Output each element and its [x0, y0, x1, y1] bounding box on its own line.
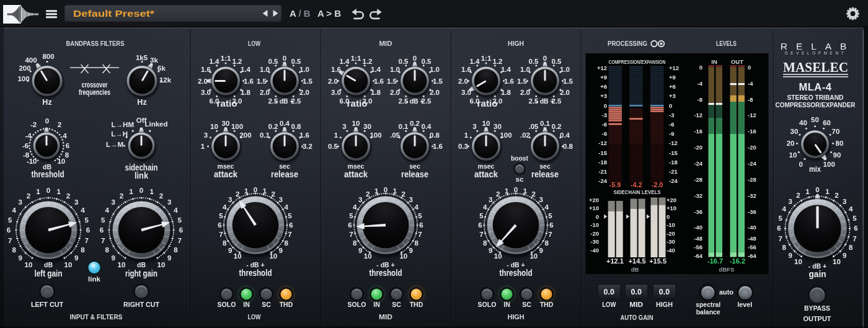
svg-text:0.1: 0.1 — [260, 131, 270, 139]
svg-text:L→HM: L→HM — [112, 121, 134, 128]
svg-text:12k: 12k — [159, 76, 172, 84]
svg-text:PROCESSING: PROCESSING — [608, 40, 647, 47]
svg-text:threshold: threshold — [239, 268, 272, 278]
svg-text:8: 8 — [849, 244, 853, 251]
svg-text:30: 30 — [222, 120, 230, 127]
svg-text:+14.5: +14.5 — [629, 257, 646, 265]
svg-text:10: 10 — [529, 252, 538, 260]
svg-text:-48: -48 — [694, 235, 702, 242]
svg-text:2: 2 — [796, 192, 800, 199]
svg-text:2: 2 — [402, 190, 405, 198]
svg-text:7: 7 — [288, 231, 291, 238]
svg-text:-36: -36 — [694, 208, 702, 215]
svg-text:3: 3 — [472, 123, 476, 130]
svg-text:0.5: 0.5 — [529, 58, 539, 65]
svg-text:1.4: 1.4 — [241, 66, 251, 73]
svg-text:0.5: 0.5 — [399, 58, 409, 65]
svg-text:8: 8 — [782, 244, 787, 251]
svg-text:+12.1: +12.1 — [606, 257, 624, 265]
svg-text:0: 0 — [815, 186, 819, 193]
svg-text:1.6: 1.6 — [374, 78, 384, 85]
svg-text:10: 10 — [833, 258, 841, 265]
svg-text:-18: -18 — [669, 159, 678, 166]
svg-text:+10: +10 — [589, 205, 599, 211]
svg-text:10: 10 — [57, 157, 65, 165]
svg-text:-40: -40 — [666, 247, 675, 254]
svg-text:6: 6 — [86, 226, 90, 234]
svg-text:8: 8 — [545, 239, 549, 247]
svg-text:msec: msec — [348, 162, 365, 170]
svg-text:2: 2 — [120, 192, 123, 200]
svg-text:threshold: threshold — [370, 268, 402, 278]
svg-text:2.0: 2.0 — [560, 89, 570, 96]
svg-text:1.5: 1.5 — [257, 78, 267, 85]
svg-text:MASELEC: MASELEC — [783, 60, 848, 75]
svg-text:1.5: 1.5 — [433, 78, 443, 85]
svg-text:-24: -24 — [598, 177, 607, 184]
svg-text:30: 30 — [494, 123, 502, 130]
svg-text:9: 9 — [358, 247, 362, 254]
svg-text:-24: -24 — [694, 160, 702, 167]
svg-text:balance: balance — [696, 308, 720, 316]
svg-text:ratio: ratio — [217, 99, 237, 109]
svg-text:1.8: 1.8 — [371, 89, 381, 96]
svg-text:+12: +12 — [669, 64, 679, 71]
svg-text:0.4: 0.4 — [560, 131, 570, 139]
svg-text:1: 1 — [244, 187, 249, 195]
svg-text:5: 5 — [288, 212, 292, 219]
svg-text:2.0: 2.0 — [520, 89, 530, 96]
svg-text:COMPRESSOR/EXPANDER: COMPRESSOR/EXPANDER — [776, 101, 856, 109]
svg-text:7: 7 — [178, 237, 182, 244]
svg-text:- dB +: - dB + — [275, 97, 293, 105]
svg-text:1: 1 — [505, 187, 509, 195]
svg-text:3: 3 — [228, 196, 232, 203]
svg-text:.05: .05 — [529, 123, 539, 130]
svg-text:-10: -10 — [590, 221, 599, 228]
svg-text:2: 2 — [835, 192, 838, 199]
svg-text:40: 40 — [799, 119, 807, 126]
svg-text:OUT: OUT — [731, 58, 743, 65]
svg-text:0.1: 0.1 — [399, 123, 409, 130]
svg-text:8: 8 — [174, 246, 178, 254]
svg-text:IN: IN — [503, 301, 510, 308]
svg-text:1.6: 1.6 — [504, 78, 514, 85]
svg-text:3: 3 — [358, 196, 362, 203]
svg-text:ratio: ratio — [347, 99, 368, 109]
svg-text:70: 70 — [832, 128, 840, 135]
svg-text:4: 4 — [415, 203, 419, 211]
svg-text:9: 9 — [18, 254, 22, 262]
svg-text:10: 10 — [789, 151, 797, 159]
svg-text:+20: +20 — [589, 197, 599, 203]
svg-text:1.5: 1.5 — [303, 78, 313, 85]
svg-text:-4: -4 — [748, 80, 753, 87]
svg-text:9: 9 — [278, 247, 282, 254]
svg-text:4: 4 — [285, 203, 289, 211]
svg-text:3: 3 — [74, 198, 78, 206]
svg-text:4: 4 — [545, 203, 549, 211]
svg-text:6: 6 — [419, 221, 423, 229]
svg-text:2: 2 — [27, 192, 30, 200]
svg-text:0: 0 — [254, 186, 257, 193]
svg-text:3: 3 — [167, 198, 171, 206]
svg-text:100: 100 — [231, 123, 243, 130]
svg-text:1.0: 1.0 — [520, 66, 530, 73]
svg-text:right gain: right gain — [125, 268, 157, 278]
svg-text:SIDECHAIN LEVELS: SIDECHAIN LEVELS — [614, 188, 661, 195]
svg-text:3: 3 — [843, 198, 846, 205]
svg-text:1.2: 1.2 — [232, 58, 242, 65]
svg-text:1.2: 1.2 — [363, 58, 373, 65]
svg-text:- dB +: - dB + — [246, 261, 264, 268]
svg-text:+15.5: +15.5 — [649, 257, 666, 265]
svg-text:+3: +3 — [669, 92, 676, 99]
svg-text:-40: -40 — [694, 224, 702, 231]
svg-text:0.2: 0.2 — [268, 123, 278, 130]
svg-text:6: 6 — [66, 142, 69, 149]
svg-text:2: 2 — [532, 190, 536, 198]
svg-text:0: 0 — [799, 161, 803, 168]
svg-text:1.0: 1.0 — [390, 66, 400, 73]
svg-text:-6: -6 — [669, 121, 674, 128]
svg-text:-16.2: -16.2 — [730, 257, 745, 265]
svg-text:7: 7 — [219, 231, 223, 238]
svg-text:1.4: 1.4 — [470, 58, 480, 65]
svg-text:0.5: 0.5 — [328, 143, 339, 150]
